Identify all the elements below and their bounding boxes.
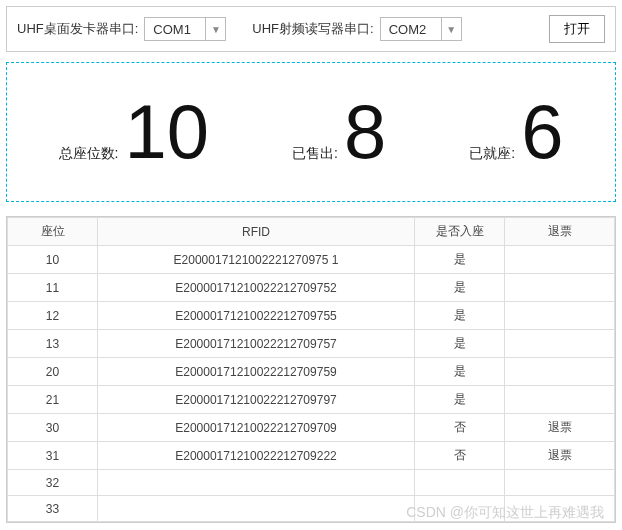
col-rfid: RFID bbox=[98, 218, 415, 246]
cell-seated: 是 bbox=[415, 302, 505, 330]
stat-total: 总座位数: 10 bbox=[59, 94, 209, 170]
table-row[interactable]: 21E20000171210022212709797是 bbox=[8, 386, 615, 414]
cell-refund bbox=[505, 358, 615, 386]
cell-seated bbox=[415, 470, 505, 496]
cell-seated: 否 bbox=[415, 414, 505, 442]
cell-seated: 否 bbox=[415, 442, 505, 470]
cell-seat: 13 bbox=[8, 330, 98, 358]
cell-seated: 是 bbox=[415, 246, 505, 274]
cell-seat: 11 bbox=[8, 274, 98, 302]
table-header-row: 座位 RFID 是否入座 退票 bbox=[8, 218, 615, 246]
cell-refund bbox=[505, 330, 615, 358]
cell-refund bbox=[505, 302, 615, 330]
port1-value: COM1 bbox=[145, 18, 205, 40]
cell-rfid: E20000171210022212709222 bbox=[98, 442, 415, 470]
cell-seated: 是 bbox=[415, 386, 505, 414]
port1-select[interactable]: COM1 ▼ bbox=[144, 17, 226, 41]
cell-seated bbox=[415, 496, 505, 522]
stat-seated-label: 已就座: bbox=[469, 145, 515, 163]
seat-table: 座位 RFID 是否入座 退票 10E200001712100222127097… bbox=[7, 217, 615, 522]
cell-seat: 12 bbox=[8, 302, 98, 330]
table-row[interactable]: 31E20000171210022212709222否退票 bbox=[8, 442, 615, 470]
port2-label: UHF射频读写器串口: bbox=[252, 20, 373, 38]
cell-rfid: E20000171210022212709757 bbox=[98, 330, 415, 358]
cell-refund: 退票 bbox=[505, 414, 615, 442]
port1-label: UHF桌面发卡器串口: bbox=[17, 20, 138, 38]
table-row[interactable]: 33 bbox=[8, 496, 615, 522]
cell-refund bbox=[505, 496, 615, 522]
col-seat: 座位 bbox=[8, 218, 98, 246]
open-button[interactable]: 打开 bbox=[549, 15, 605, 43]
port2-value: COM2 bbox=[381, 18, 441, 40]
cell-seated: 是 bbox=[415, 274, 505, 302]
table-row[interactable]: 13E20000171210022212709757是 bbox=[8, 330, 615, 358]
col-seated: 是否入座 bbox=[415, 218, 505, 246]
cell-rfid: E20000171210022212709709 bbox=[98, 414, 415, 442]
cell-rfid bbox=[98, 470, 415, 496]
table-row[interactable]: 12E20000171210022212709755是 bbox=[8, 302, 615, 330]
cell-rfid: E20000171210022212709755 bbox=[98, 302, 415, 330]
cell-seat: 21 bbox=[8, 386, 98, 414]
table-row[interactable]: 20E20000171210022212709759是 bbox=[8, 358, 615, 386]
cell-refund: 退票 bbox=[505, 442, 615, 470]
stat-sold: 已售出: 8 bbox=[292, 94, 386, 170]
cell-seat: 10 bbox=[8, 246, 98, 274]
cell-seated: 是 bbox=[415, 330, 505, 358]
cell-seat: 20 bbox=[8, 358, 98, 386]
cell-refund bbox=[505, 470, 615, 496]
table-row[interactable]: 10E2000017121002221270975 1是 bbox=[8, 246, 615, 274]
cell-rfid: E20000171210022212709759 bbox=[98, 358, 415, 386]
col-refund: 退票 bbox=[505, 218, 615, 246]
seat-table-container: 座位 RFID 是否入座 退票 10E200001712100222127097… bbox=[6, 216, 616, 523]
port2-select[interactable]: COM2 ▼ bbox=[380, 17, 462, 41]
stat-seated: 已就座: 6 bbox=[469, 94, 563, 170]
toolbar: UHF桌面发卡器串口: COM1 ▼ UHF射频读写器串口: COM2 ▼ 打开 bbox=[6, 6, 616, 52]
cell-seat: 30 bbox=[8, 414, 98, 442]
chevron-down-icon: ▼ bbox=[441, 18, 461, 40]
table-row[interactable]: 30E20000171210022212709709否退票 bbox=[8, 414, 615, 442]
stat-total-label: 总座位数: bbox=[59, 145, 119, 163]
stats-panel: 总座位数: 10 已售出: 8 已就座: 6 bbox=[6, 62, 616, 202]
cell-seat: 32 bbox=[8, 470, 98, 496]
cell-rfid: E20000171210022212709752 bbox=[98, 274, 415, 302]
cell-rfid: E2000017121002221270975 1 bbox=[98, 246, 415, 274]
cell-refund bbox=[505, 386, 615, 414]
stat-sold-label: 已售出: bbox=[292, 145, 338, 163]
cell-seat: 31 bbox=[8, 442, 98, 470]
cell-rfid bbox=[98, 496, 415, 522]
table-row[interactable]: 32 bbox=[8, 470, 615, 496]
stat-sold-value: 8 bbox=[344, 94, 386, 170]
stat-total-value: 10 bbox=[124, 94, 209, 170]
stat-seated-value: 6 bbox=[521, 94, 563, 170]
table-row[interactable]: 11E20000171210022212709752是 bbox=[8, 274, 615, 302]
cell-rfid: E20000171210022212709797 bbox=[98, 386, 415, 414]
cell-refund bbox=[505, 246, 615, 274]
chevron-down-icon: ▼ bbox=[205, 18, 225, 40]
cell-refund bbox=[505, 274, 615, 302]
cell-seat: 33 bbox=[8, 496, 98, 522]
cell-seated: 是 bbox=[415, 358, 505, 386]
